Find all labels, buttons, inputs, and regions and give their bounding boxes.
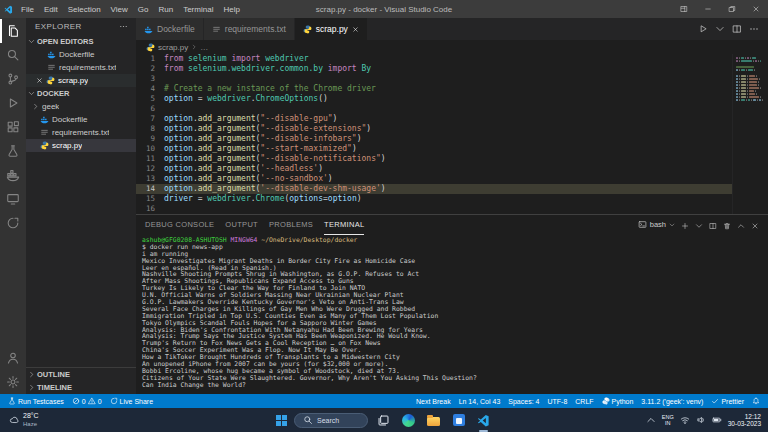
- search-icon: [303, 415, 313, 425]
- language-indicator[interactable]: ENG IN: [662, 414, 674, 426]
- activity-explorer[interactable]: [0, 19, 26, 43]
- taskbar-app-vscode[interactable]: [475, 412, 492, 429]
- shell-selector[interactable]: bash: [638, 220, 675, 229]
- taskbar-clock[interactable]: 12:12 30-03-2023: [728, 413, 761, 428]
- taskbar-search[interactable]: Search: [294, 413, 368, 428]
- open-editor-scrap-py[interactable]: scrap.py: [26, 74, 136, 87]
- layout-button[interactable]: [672, 0, 696, 18]
- status-python[interactable]: Python: [598, 397, 638, 405]
- panel-action-plus[interactable]: [681, 220, 689, 229]
- minimize-button[interactable]: [696, 0, 720, 18]
- status-ln-14-col-43[interactable]: Ln 14, Col 43: [455, 398, 505, 405]
- file-scrap-py[interactable]: scrap.py: [26, 139, 136, 152]
- open-editor-requirements-txt[interactable]: requirements.txt: [26, 61, 136, 74]
- restore-button[interactable]: [720, 0, 744, 18]
- menu-go[interactable]: Go: [133, 5, 154, 14]
- panel-action-chevron-up[interactable]: [737, 220, 745, 229]
- activity-run-debug[interactable]: [0, 91, 26, 115]
- activity-settings[interactable]: [0, 370, 26, 394]
- open-editors-header[interactable]: OPEN EDITORS: [26, 35, 136, 48]
- activity-source-control[interactable]: [0, 67, 26, 91]
- battery-icon[interactable]: [712, 415, 722, 425]
- start-button[interactable]: [276, 415, 287, 426]
- weather-widget[interactable]: 28°C Haze: [0, 408, 48, 432]
- terminal-output[interactable]: ashub@GFG0208-ASHUTOSH MINGW64 ~/OneDriv…: [136, 235, 768, 394]
- activity-extensions[interactable]: [0, 115, 26, 139]
- code-line-14: 14option.add_argument('--disable-dev-shm…: [136, 184, 732, 194]
- minimap[interactable]: [732, 54, 768, 214]
- code-line-9: 9option.add_argument("--disable-infobars…: [136, 134, 732, 144]
- panel-tab-terminal[interactable]: TERMINAL: [324, 215, 364, 235]
- task-view-icon: [377, 414, 390, 427]
- status-3-11-2-geek-venv[interactable]: 3.11.2 ('geek': venv): [637, 398, 707, 405]
- editor-action-more[interactable]: [749, 24, 759, 35]
- menu-file[interactable]: File: [16, 5, 39, 14]
- file-dockerfile[interactable]: Dockerfile: [26, 113, 136, 126]
- panel-action-chevron-down[interactable]: [695, 220, 703, 229]
- code-editor[interactable]: 1from selenium import webdriver2from sel…: [136, 54, 732, 214]
- workspace-folder-header[interactable]: DOCKER: [26, 87, 136, 100]
- breadcrumb[interactable]: scrap.py…: [136, 40, 768, 54]
- panel-actions: bash: [638, 220, 759, 229]
- vscode-icon: [4, 5, 13, 14]
- panel-tab-output[interactable]: OUTPUT: [225, 215, 258, 235]
- taskbar-app-task-view[interactable]: [375, 412, 392, 429]
- status-bell[interactable]: [748, 397, 764, 405]
- activity-testing[interactable]: [0, 139, 26, 163]
- menu-selection[interactable]: Selection: [63, 5, 106, 14]
- activity-live-share[interactable]: [0, 211, 26, 235]
- panel-tab-problems[interactable]: PROBLEMS: [269, 215, 313, 235]
- activity-account[interactable]: [0, 346, 26, 370]
- volume-icon[interactable]: [696, 415, 706, 425]
- close-button[interactable]: [744, 0, 768, 18]
- menu-help[interactable]: Help: [218, 5, 244, 14]
- panel-action-close[interactable]: [751, 220, 759, 229]
- tab-requirements-txt[interactable]: requirements.txt: [204, 18, 295, 40]
- menu-view[interactable]: View: [106, 5, 133, 14]
- folder-geek[interactable]: geek: [26, 100, 136, 113]
- open-editor-dockerfile[interactable]: Dockerfile: [26, 48, 136, 61]
- sidebar-more-actions-icon[interactable]: [119, 22, 128, 31]
- activity-search[interactable]: [0, 43, 26, 67]
- hidden-icons-chevron-icon[interactable]: [646, 415, 656, 425]
- status-spaces-4[interactable]: Spaces: 4: [504, 398, 543, 405]
- menu-run[interactable]: Run: [153, 5, 178, 14]
- status-0[interactable]: 00: [68, 397, 106, 405]
- breadcrumb-file[interactable]: scrap.py: [158, 43, 188, 52]
- trash-icon: [723, 222, 731, 230]
- status-next-break[interactable]: Next Break: [412, 398, 455, 405]
- split-icon: [709, 222, 717, 230]
- file-requirements-txt[interactable]: requirements.txt: [26, 126, 136, 139]
- close-editor-icon[interactable]: [36, 76, 43, 85]
- taskbar-app-edge[interactable]: [400, 412, 417, 429]
- panel-tab-debug-console[interactable]: DEBUG CONSOLE: [145, 215, 214, 235]
- panel-action-split[interactable]: [709, 220, 717, 229]
- status-live-share[interactable]: Live Share: [106, 397, 157, 405]
- section-timeline[interactable]: TIMELINE: [26, 381, 136, 394]
- activity-docker[interactable]: [0, 163, 26, 187]
- panel-action-trash[interactable]: [723, 220, 731, 229]
- tab-dockerfile[interactable]: Dockerfile: [136, 18, 204, 40]
- menu-terminal[interactable]: Terminal: [178, 5, 218, 14]
- breadcrumb-more[interactable]: …: [200, 43, 208, 52]
- wifi-icon[interactable]: [680, 415, 690, 425]
- status-utf-8[interactable]: UTF-8: [543, 398, 571, 405]
- menu-edit[interactable]: Edit: [39, 5, 63, 14]
- status-prettier[interactable]: Prettier: [707, 397, 748, 405]
- code-line-2: 2from selenium.webdriver.common.by impor…: [136, 64, 732, 74]
- close-tab-icon[interactable]: [352, 24, 359, 34]
- text-file-icon: [212, 25, 221, 34]
- tab-scrap-py[interactable]: scrap.py: [295, 18, 368, 40]
- file-explorer-icon: [427, 417, 440, 426]
- activity-remote[interactable]: [0, 187, 26, 211]
- section-outline[interactable]: OUTLINE: [26, 368, 136, 381]
- taskbar-app-file-explorer[interactable]: [425, 412, 442, 429]
- chevron-down-icon: [669, 222, 675, 228]
- status-crlf[interactable]: CRLF: [571, 398, 597, 405]
- editor-action-split[interactable]: [732, 24, 742, 35]
- volume-icon: [696, 415, 706, 425]
- editor-action-run[interactable]: [698, 24, 708, 35]
- status-run-testcases[interactable]: Run Testcases: [4, 397, 68, 405]
- editor-action-chevron-down[interactable]: [715, 24, 725, 35]
- taskbar-app-store[interactable]: [450, 412, 467, 429]
